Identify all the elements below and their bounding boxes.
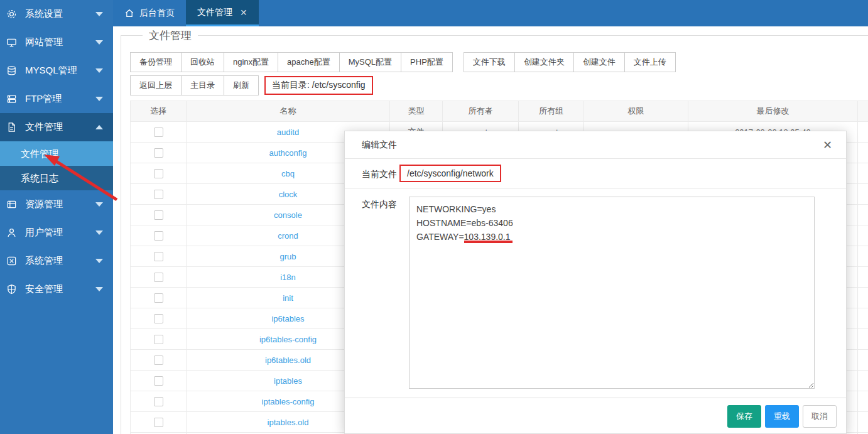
select-cell (131, 288, 187, 308)
chevron-down-icon (95, 231, 103, 235)
tab-close-icon[interactable]: ✕ (240, 8, 247, 18)
row-checkbox[interactable] (154, 376, 163, 386)
sidebar-item-MYSQL管理[interactable]: MYSQL管理 (0, 57, 113, 85)
modal-footer: 保存 重载 取消 (345, 398, 846, 434)
row-checkbox[interactable] (154, 355, 163, 365)
extra-cell (858, 122, 868, 143)
file-link[interactable]: authconfig (269, 148, 307, 158)
toolbar-button-返回上层[interactable]: 返回上层 (130, 75, 182, 95)
file-link[interactable]: grub (279, 252, 296, 261)
ftp-icon (6, 94, 17, 104)
file-link[interactable]: ip6tables (271, 314, 304, 323)
file-link[interactable]: console (274, 210, 302, 220)
file-link[interactable]: ip6tables.old (265, 355, 311, 365)
file-link[interactable]: auditd (277, 127, 299, 137)
toolbar-button-创建文件[interactable]: 创建文件 (573, 52, 625, 72)
sidebar-subitem-系统日志[interactable]: 系统日志 (0, 166, 113, 190)
tab-label: 后台首页 (139, 8, 175, 19)
sidebar-item-label: 系统设置 (25, 8, 63, 20)
column-header-名称: 名称 (187, 101, 390, 122)
cancel-button[interactable]: 取消 (803, 405, 837, 428)
row-checkbox[interactable] (154, 169, 163, 178)
row-checkbox[interactable] (154, 314, 163, 323)
toolbar-button-创建文件夹[interactable]: 创建文件夹 (514, 52, 574, 72)
sidebar-subitem-文件管理[interactable]: 文件管理 (0, 141, 113, 166)
file-link[interactable]: i18n (280, 273, 296, 282)
sidebar-item-用户管理[interactable]: 用户管理 (0, 219, 113, 247)
toolbar-button-回收站[interactable]: 回收站 (181, 52, 224, 72)
select-cell (131, 225, 187, 246)
save-button[interactable]: 保存 (727, 405, 761, 428)
toolbar-button-文件上传[interactable]: 文件上传 (624, 52, 676, 72)
sidebar-item-网站管理[interactable]: 网站管理 (0, 28, 113, 57)
toolbar-button-备份管理[interactable]: 备份管理 (130, 52, 182, 72)
security-icon (6, 284, 17, 295)
sidebar-item-安全管理[interactable]: 安全管理 (0, 275, 113, 303)
file-link[interactable]: ip6tables-config (259, 335, 317, 344)
sidebar-item-资源管理[interactable]: 资源管理 (0, 190, 113, 219)
select-cell (131, 246, 187, 267)
file-link[interactable]: iptables-config (262, 397, 315, 406)
current-file-label: 当前文件 (362, 169, 397, 180)
column-header-所有者: 所有者 (443, 101, 519, 122)
chevron-down-icon (95, 202, 103, 207)
file-link[interactable]: init (283, 293, 293, 303)
chevron-down-icon (95, 40, 103, 45)
sidebar-item-FTP管理[interactable]: FTP管理 (0, 85, 113, 113)
row-checkbox[interactable] (154, 210, 163, 220)
row-checkbox[interactable] (154, 273, 163, 282)
toolbar-button-主目录[interactable]: 主目录 (181, 75, 224, 95)
sidebar-nav: 系统设置网站管理MYSQL管理FTP管理文件管理文件管理系统日志资源管理用户管理… (0, 0, 113, 434)
row-checkbox[interactable] (154, 335, 163, 344)
select-cell (131, 163, 187, 184)
panel-title: 文件管理 (143, 28, 198, 43)
toolbar-button-PHP配置[interactable]: PHP配置 (401, 52, 453, 72)
column-header-最后修改: 最后修改 (688, 101, 858, 122)
user-icon (6, 227, 17, 238)
select-cell (131, 122, 187, 143)
sidebar-item-系统设置[interactable]: 系统设置 (0, 0, 113, 28)
column-header-选择: 选择 (131, 101, 187, 122)
file-link[interactable]: iptables.old (268, 418, 309, 427)
row-checkbox[interactable] (154, 190, 163, 199)
file-link[interactable]: cbq (281, 169, 295, 178)
file-icon (6, 122, 17, 133)
tab-文件管理[interactable]: 文件管理✕ (186, 0, 259, 26)
row-checkbox[interactable] (154, 148, 163, 158)
sidebar-item-label: MYSQL管理 (25, 65, 77, 77)
toolbar-button-文件下载[interactable]: 文件下载 (464, 52, 515, 72)
home-icon (124, 8, 134, 18)
select-cell (131, 329, 187, 350)
column-header-extra (858, 101, 868, 122)
system-icon (6, 256, 17, 266)
file-link[interactable]: iptables (274, 376, 302, 386)
current-file-row: 当前文件 /etc/sysconfig/network (345, 159, 846, 189)
extra-cell (858, 205, 868, 225)
sidebar-item-系统管理[interactable]: 系统管理 (0, 247, 113, 275)
file-content-label: 文件内容 (362, 199, 397, 210)
sidebar-submenu: 文件管理系统日志 (0, 141, 113, 190)
close-icon[interactable]: ✕ (823, 139, 832, 151)
row-checkbox[interactable] (154, 397, 163, 406)
toolbar-button-apache配置[interactable]: apache配置 (278, 52, 340, 72)
reload-button[interactable]: 重载 (765, 405, 799, 428)
extra-cell (858, 143, 868, 163)
sidebar-item-文件管理[interactable]: 文件管理 (0, 113, 113, 141)
monitor-icon (6, 37, 17, 48)
select-cell (131, 308, 187, 329)
toolbar-button-刷新[interactable]: 刷新 (224, 75, 259, 95)
app-window: 后台首页文件管理✕ 系统设置网站管理MYSQL管理FTP管理文件管理文件管理系统… (0, 0, 868, 434)
file-content-textarea[interactable]: NETWORKING=yes HOSTNAME=ebs-63406 GATEWA… (409, 197, 815, 389)
toolbar-button-nginx配置[interactable]: nginx配置 (224, 52, 278, 72)
tab-后台首页[interactable]: 后台首页 (113, 0, 186, 26)
row-checkbox[interactable] (154, 127, 163, 137)
file-link[interactable]: crond (278, 231, 298, 241)
resource-icon (6, 199, 17, 210)
row-checkbox[interactable] (154, 418, 163, 427)
toolbar-button-MySQL配置[interactable]: MySQL配置 (339, 52, 401, 72)
modal-title: 编辑文件 (362, 139, 397, 151)
row-checkbox[interactable] (154, 231, 163, 241)
file-link[interactable]: clock (279, 190, 298, 199)
row-checkbox[interactable] (154, 252, 163, 261)
row-checkbox[interactable] (154, 293, 163, 303)
